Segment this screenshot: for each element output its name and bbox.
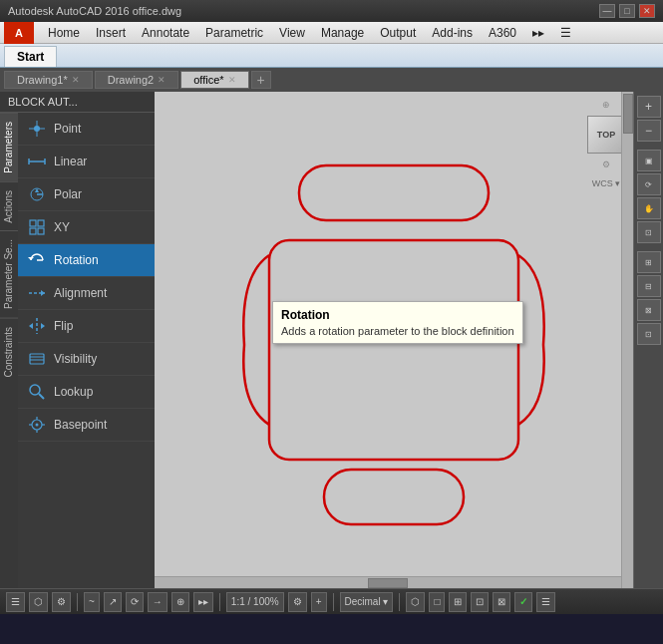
toolbox-btn3[interactable]: ⊠ [637,299,661,321]
nav-panel-btn[interactable]: ▣ [637,150,661,171]
extent-btn[interactable]: ⊡ [637,221,661,243]
menu-parametric[interactable]: Parametric [197,24,271,42]
menu-options[interactable]: ☰ [552,24,579,42]
toolbox-btn4[interactable]: ⊡ [637,323,661,345]
menu-output[interactable]: Output [372,24,424,42]
status-menu-btn[interactable]: ☰ [6,592,25,612]
menu-home[interactable]: Home [40,24,88,42]
svg-line-24 [39,394,44,399]
status-settings-btn[interactable]: ⚙ [52,592,71,612]
view-cube-top[interactable]: TOP [587,116,625,154]
status-snap-btn[interactable]: ⬡ [29,592,48,612]
side-tab-actions[interactable]: Actions [0,181,18,231]
tool-alignment[interactable]: Alignment [18,277,155,310]
menu-more[interactable]: ▸▸ [524,24,552,42]
status-arr-btn[interactable]: → [148,592,167,612]
xy-icon [26,216,48,238]
zoom-out-btn[interactable]: − [637,120,661,142]
tool-list: Point Linear [18,113,155,588]
menu-view[interactable]: View [271,24,313,42]
svg-rect-10 [38,220,44,226]
vertical-scrollbar[interactable] [621,92,633,588]
pan-btn[interactable]: ✋ [637,197,661,219]
scrollbar-thumb[interactable] [623,94,633,134]
view-wcs-label[interactable]: WCS ▾ [587,175,625,191]
minimize-button[interactable]: — [599,4,615,18]
new-tab-button[interactable]: + [251,71,271,89]
status-snap3-btn[interactable]: ⊠ [493,592,510,612]
polar-icon [26,183,48,205]
tab-start[interactable]: Start [4,46,57,67]
view-settings-icon[interactable]: ⚙ [587,157,625,172]
left-panel: BLOCK AUT... Parameters Actions Paramete… [0,92,155,588]
status-units-select[interactable]: Decimal ▾ [340,592,394,612]
menu-manage[interactable]: Manage [313,24,372,42]
tool-polar[interactable]: Polar [18,178,155,211]
menu-a360[interactable]: A360 [481,24,524,42]
right-panel: + − ▣ ⟳ ✋ ⊡ ⊞ ⊟ ⊠ ⊡ [633,92,663,588]
tool-xy[interactable]: XY [18,211,155,244]
side-tab-parameters[interactable]: Parameters [0,113,18,181]
status-divider-4 [399,593,400,611]
status-divider-3 [333,593,334,611]
panel-header: BLOCK AUT... [0,92,155,113]
menu-annotate[interactable]: Annotate [134,24,197,42]
toolbox-btn1[interactable]: ⊞ [637,251,661,273]
tool-flip[interactable]: Flip [18,310,155,343]
doc-tab-drawing2[interactable]: Drawing2 ✕ [95,71,178,89]
status-check-btn[interactable]: ✓ [514,592,532,612]
tooltip-title: Rotation [281,308,514,322]
status-lines-btn[interactable]: ☰ [536,592,555,612]
side-tab-constraints[interactable]: Constraints [0,318,18,386]
status-grid-btn[interactable]: ⊞ [449,592,467,612]
doc-tab-drawing1[interactable]: Drawing1* ✕ [4,71,93,89]
tooltip-description: Adds a rotation parameter to the block d… [281,325,514,337]
alignment-icon [26,282,48,304]
svg-marker-16 [41,290,45,296]
title-text: Autodesk AutoCAD 2016 office.dwg [8,5,181,17]
zoom-in-btn[interactable]: + [637,96,661,118]
doc-tab-office[interactable]: office* ✕ [180,71,248,89]
status-cross-btn[interactable]: ⊕ [171,592,189,612]
close-button[interactable]: ✕ [639,4,655,18]
doc-tabs: Drawing1* ✕ Drawing2 ✕ office* ✕ + [0,68,663,92]
tool-rotation[interactable]: Rotation [18,244,155,277]
close-tab-office[interactable]: ✕ [228,75,236,85]
h-scrollbar-thumb[interactable] [368,578,408,588]
status-cursor-btn[interactable]: ~ [84,592,100,612]
drawing-area[interactable]: Rotation Adds a rotation parameter to th… [155,92,633,588]
svg-rect-31 [299,165,489,220]
tooltip-box: Rotation Adds a rotation parameter to th… [272,301,523,344]
side-tab-paramset[interactable]: Parameter Se... [0,230,18,317]
tool-basepoint[interactable]: Basepoint [18,409,155,442]
status-model-btn[interactable]: □ [429,592,445,612]
status-scale-label[interactable]: 1:1 / 100% [226,592,284,612]
svg-rect-11 [30,228,36,234]
side-tab-bar: Parameters Actions Parameter Se... Const… [0,113,18,588]
status-rotate-btn[interactable]: ⟳ [126,592,144,612]
status-hex-btn[interactable]: ⬡ [406,592,425,612]
horizontal-scrollbar[interactable] [155,576,621,588]
visibility-icon [26,348,48,370]
tool-lookup[interactable]: Lookup [18,376,155,409]
close-tab-drawing1[interactable]: ✕ [72,75,80,85]
tool-linear[interactable]: Linear [18,146,155,178]
svg-point-23 [30,385,40,395]
maximize-button[interactable]: □ [619,4,635,18]
status-plus-btn[interactable]: + [311,592,327,612]
menu-insert[interactable]: Insert [88,24,134,42]
orbit-btn[interactable]: ⟳ [637,173,661,195]
status-config-btn[interactable]: ⚙ [288,592,307,612]
close-tab-drawing2[interactable]: ✕ [158,75,166,85]
menu-addins[interactable]: Add-ins [424,24,481,42]
tool-visibility[interactable]: Visibility [18,343,155,376]
tool-point[interactable]: Point [18,113,155,146]
status-snap2-btn[interactable]: ⊡ [471,592,489,612]
svg-rect-33 [324,470,464,524]
title-bar: Autodesk AutoCAD 2016 office.dwg — □ ✕ [0,0,663,22]
status-more-btn[interactable]: ▸▸ [193,592,213,612]
status-track-btn[interactable]: ↗ [104,592,122,612]
svg-marker-13 [28,257,34,260]
toolbox-btn2[interactable]: ⊟ [637,275,661,297]
ribbon-tabs: Start [0,44,663,68]
